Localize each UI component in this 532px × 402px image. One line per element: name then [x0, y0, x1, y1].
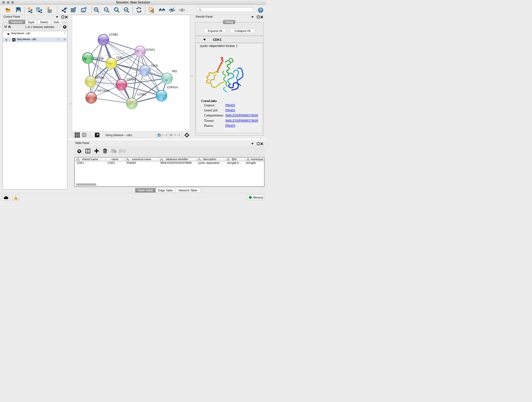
svg-text:CCNA2: CCNA2 — [127, 78, 136, 81]
svg-text:RB1: RB1 — [172, 70, 177, 73]
svg-text:CCNE1: CCNE1 — [137, 93, 146, 96]
svg-text:CCNB2: CCNB2 — [109, 33, 118, 36]
svg-text:CDKN1A: CDKN1A — [167, 86, 178, 89]
svg-text:CDK1: CDK1 — [116, 56, 123, 59]
svg-text:HIST1H1A: HIST1H1A — [97, 89, 110, 92]
svg-text:CDC25B: CDC25B — [93, 57, 104, 60]
svg-text:CCNB1: CCNB1 — [95, 76, 104, 79]
svg-text:CDC6: CDC6 — [151, 64, 158, 67]
svg-text:CCNA1: CCNA1 — [146, 48, 155, 51]
